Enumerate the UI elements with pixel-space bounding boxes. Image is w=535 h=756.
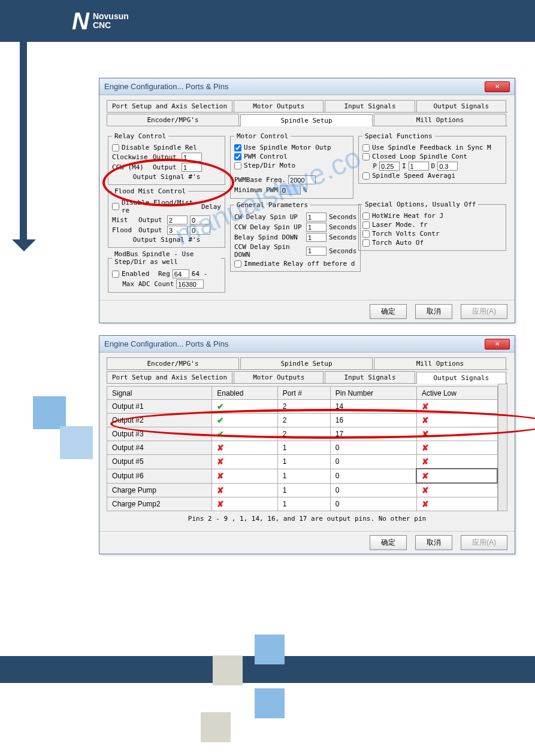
disable-spindle-checkbox[interactable]	[112, 144, 119, 151]
check-icon: ✔	[217, 429, 224, 439]
table-row[interactable]: Output #6✘10✘	[107, 469, 498, 483]
ok-button[interactable]: 确定	[370, 535, 407, 550]
ccw-output-input[interactable]	[182, 163, 202, 172]
tab-mill-options[interactable]: Mill Options	[374, 114, 506, 126]
column-header[interactable]: Port #	[277, 387, 330, 400]
x-icon: ✘	[217, 457, 224, 466]
general-parameters-group: General Parameters CW Delay Spin UPSecon…	[230, 201, 361, 272]
x-icon: ✘	[422, 499, 429, 509]
tab-encoder[interactable]: Encoder/MPG's	[107, 357, 239, 369]
pid-p-input[interactable]	[379, 162, 400, 171]
min-pwm-input[interactable]	[280, 186, 301, 195]
reg-a-input[interactable]	[173, 269, 189, 278]
brand-name: Novusun	[93, 12, 129, 21]
column-header[interactable]: Enabled	[212, 387, 278, 400]
output-signals-table[interactable]: SignalEnabledPort #Pin NumberActive Low …	[107, 386, 498, 511]
tab-motor-outputs[interactable]: Motor Outputs	[234, 371, 324, 383]
closed-loop-checkbox[interactable]	[362, 153, 370, 160]
table-row[interactable]: Output #3✔217✘	[107, 427, 498, 441]
dialog-spindle-setup: Engine Configuration... Ports & Pins ✕ P…	[99, 78, 515, 323]
modbus-enabled-checkbox[interactable]	[112, 271, 119, 278]
table-footer-text: Pins 2 - 9 , 1, 14, 16, and 17 are outpu…	[107, 511, 507, 526]
use-spindle-motor-checkbox[interactable]	[234, 144, 241, 151]
x-icon: ✘	[217, 471, 224, 481]
cw-spinup-input[interactable]	[306, 212, 327, 221]
tab-encoder[interactable]: Encoder/MPG's	[107, 114, 239, 126]
tab-port-setup[interactable]: Port Setup and Axis Selection	[107, 100, 232, 112]
tab-output-signals[interactable]: Output Signals	[416, 372, 506, 384]
table-row[interactable]: Output #1✔214✘	[107, 400, 498, 414]
apply-button[interactable]: 应用(A)	[461, 304, 507, 319]
check-icon: ✔	[217, 415, 224, 425]
motor-control-group: Motor Control Use Spindle Motor Outp PWM…	[230, 132, 353, 199]
tab-spindle-setup[interactable]: Spindle Setup	[240, 357, 373, 369]
dialog-title: Engine Configuration... Ports & Pins	[104, 82, 485, 91]
spindle-averaging-checkbox[interactable]	[362, 172, 370, 180]
x-icon: ✘	[217, 485, 224, 495]
torch-auto-checkbox[interactable]	[362, 239, 370, 247]
close-button[interactable]: ✕	[485, 81, 510, 92]
tabs-row-1: Port Setup and Axis Selection Motor Outp…	[107, 100, 507, 113]
immediate-relay-checkbox[interactable]	[234, 260, 241, 268]
tab-input-signals[interactable]: Input Signals	[325, 100, 415, 112]
ccw-spindown-input[interactable]	[306, 247, 327, 256]
delay-spindown-input[interactable]	[306, 233, 327, 242]
flood-output-input[interactable]	[167, 226, 188, 235]
pid-i-input[interactable]	[409, 162, 429, 171]
flood-mist-group: Flood Mist Control Disable Flood/Mist re…	[108, 187, 225, 248]
pwmbase-freq-input[interactable]	[288, 175, 316, 184]
decor-square	[255, 634, 285, 664]
max-adc-input[interactable]	[176, 280, 204, 289]
tab-mill-options[interactable]: Mill Options	[374, 357, 506, 369]
titlebar[interactable]: Engine Configuration... Ports & Pins ✕	[99, 336, 515, 353]
brand-sub: CNC	[93, 21, 129, 30]
column-header[interactable]: Pin Number	[330, 387, 416, 400]
ccw-spinup-input[interactable]	[306, 223, 327, 232]
table-row[interactable]: Output #4✘10✘	[107, 441, 498, 455]
x-icon: ✘	[422, 429, 429, 439]
table-row[interactable]: Charge Pump✘10✘	[107, 483, 498, 497]
ok-button[interactable]: 确定	[370, 304, 407, 319]
disable-flood-checkbox[interactable]	[112, 203, 119, 210]
left-decor	[0, 0, 47, 569]
tab-motor-outputs[interactable]: Motor Outputs	[234, 100, 324, 112]
scrollbar[interactable]	[498, 384, 507, 511]
close-button[interactable]: ✕	[485, 339, 510, 350]
table-row[interactable]: Charge Pump2✘10✘	[107, 497, 498, 511]
table-row[interactable]: Output #2✔216✘	[107, 414, 498, 427]
tabs-row-2: Port Setup and Axis Selection Motor Outp…	[107, 371, 507, 384]
x-icon: ✘	[217, 443, 224, 453]
decor-square	[33, 396, 66, 429]
tabs-row-1: Encoder/MPG's Spindle Setup Mill Options	[107, 357, 507, 370]
x-icon: ✘	[422, 471, 429, 481]
x-icon: ✘	[422, 457, 429, 466]
laser-mode-checkbox[interactable]	[362, 221, 370, 229]
flood-delay-input[interactable]	[190, 226, 210, 235]
tabs-row-2: Encoder/MPG's Spindle Setup Mill Options	[107, 114, 507, 126]
mist-output-input[interactable]	[167, 215, 188, 224]
column-header[interactable]: Active Low	[416, 387, 497, 400]
hotwire-checkbox[interactable]	[362, 212, 370, 220]
tab-input-signals[interactable]: Input Signals	[325, 371, 415, 383]
dialog-title: Engine Configuration... Ports & Pins	[104, 339, 485, 348]
table-row[interactable]: Output #5✘10✘	[107, 455, 498, 469]
tab-port-setup[interactable]: Port Setup and Axis Selection	[107, 371, 232, 383]
decor-square	[213, 655, 243, 683]
tab-output-signals[interactable]: Output Signals	[416, 100, 506, 112]
modbus-spindle-group: ModBus Spindle - Use Step/Dir as well En…	[108, 250, 225, 293]
cancel-button[interactable]: 取消	[415, 535, 452, 550]
column-header[interactable]: Signal	[107, 387, 212, 400]
dialog-output-signals: Engine Configuration... Ports & Pins ✕ E…	[99, 335, 515, 554]
torch-volts-checkbox[interactable]	[362, 230, 370, 238]
pid-d-input[interactable]	[437, 162, 458, 171]
step-dir-checkbox[interactable]	[234, 162, 241, 169]
spindle-feedback-checkbox[interactable]	[362, 144, 370, 151]
tab-spindle-setup[interactable]: Spindle Setup	[240, 114, 373, 126]
titlebar[interactable]: Engine Configuration... Ports & Pins ✕	[99, 78, 515, 95]
cw-output-input[interactable]	[182, 153, 202, 162]
pwm-control-checkbox[interactable]	[234, 153, 241, 160]
apply-button[interactable]: 应用(A)	[461, 535, 507, 550]
cancel-button[interactable]: 取消	[415, 304, 452, 319]
logo-mark: N	[72, 8, 89, 35]
mist-delay-input[interactable]	[190, 215, 210, 224]
